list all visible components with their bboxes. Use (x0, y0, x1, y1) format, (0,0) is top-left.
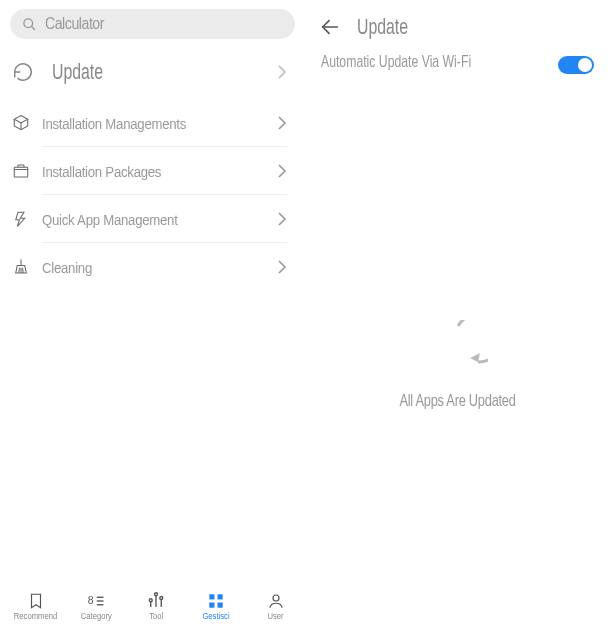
toggle-row-auto-update: Automatic Update Via Wi-Fi (305, 50, 610, 80)
nav-label: Recommend (14, 611, 57, 621)
chevron-right-icon (277, 115, 287, 131)
svg-line-1 (31, 26, 34, 29)
refresh-status-icon (428, 320, 488, 380)
menu-item-label: Quick App Management (42, 211, 178, 228)
menu-item-installation-managements[interactable]: Installation Managements (12, 99, 305, 147)
svg-point-17 (155, 592, 158, 595)
left-panel: Calculator Update Installation Managemen… (0, 0, 305, 583)
detail-header: Update (305, 0, 610, 50)
chevron-right-icon (277, 259, 287, 275)
svg-rect-19 (209, 594, 214, 599)
menu-list: Installation Managements Installation Pa… (0, 99, 305, 291)
menu-item-label: Cleaning (42, 259, 92, 276)
nav-user[interactable]: User (246, 592, 306, 621)
nav-label: User (268, 611, 284, 621)
menu-primary-update[interactable]: Update (0, 45, 305, 99)
menu-item-installation-packages[interactable]: Installation Packages (12, 147, 305, 195)
svg-text:8: 8 (88, 594, 94, 606)
menu-item-label: Installation Managements (42, 115, 186, 132)
nav-recommend[interactable]: Recommend (6, 592, 66, 621)
svg-point-23 (273, 595, 279, 601)
bolt-icon (12, 210, 30, 228)
right-panel: Update Automatic Update Via Wi-Fi All Ap… (305, 0, 610, 583)
bottom-nav: Recommend 8 Category Tool Gestisci User (0, 583, 610, 629)
cube-icon (12, 114, 30, 132)
squares-icon (207, 592, 225, 610)
user-icon (267, 592, 285, 610)
svg-point-18 (160, 596, 163, 599)
broom-icon (12, 258, 30, 276)
svg-point-16 (149, 598, 152, 601)
status-block: All Apps Are Updated (305, 320, 610, 410)
menu-item-cleaning[interactable]: Cleaning (12, 243, 305, 291)
search-icon (22, 17, 37, 32)
grid8-icon: 8 (87, 592, 105, 610)
svg-line-7 (23, 268, 24, 273)
svg-rect-22 (218, 602, 223, 607)
status-text: All Apps Are Updated (336, 392, 580, 410)
search-wrap: Calculator (0, 0, 305, 45)
nav-label: Category (80, 611, 111, 621)
chevron-right-icon (277, 163, 287, 179)
bookmark-icon (27, 592, 45, 610)
chevron-right-icon (277, 64, 287, 80)
bars-icon (147, 592, 165, 610)
toggle-auto-update-wifi[interactable] (558, 56, 594, 74)
nav-category[interactable]: 8 Category (66, 592, 126, 621)
svg-line-5 (19, 268, 20, 273)
svg-rect-20 (218, 594, 223, 599)
toggle-label: Automatic Update Via Wi-Fi (321, 52, 492, 72)
search-input[interactable]: Calculator (10, 9, 295, 39)
refresh-icon (12, 61, 34, 83)
svg-rect-21 (209, 602, 214, 607)
svg-rect-3 (14, 167, 28, 177)
menu-primary-label: Update (52, 59, 103, 85)
search-placeholder: Calculator (45, 15, 104, 33)
detail-title: Update (357, 14, 408, 40)
chevron-right-icon (277, 211, 287, 227)
box-icon (12, 162, 30, 180)
nav-label: Tool (149, 611, 163, 621)
nav-tool[interactable]: Tool (126, 592, 186, 621)
nav-gestisci[interactable]: Gestisci (186, 592, 246, 621)
back-arrow-icon[interactable] (319, 16, 341, 38)
nav-label: Gestisci (202, 611, 229, 621)
menu-item-label: Installation Packages (42, 163, 161, 180)
menu-item-quick-app-management[interactable]: Quick App Management (12, 195, 305, 243)
